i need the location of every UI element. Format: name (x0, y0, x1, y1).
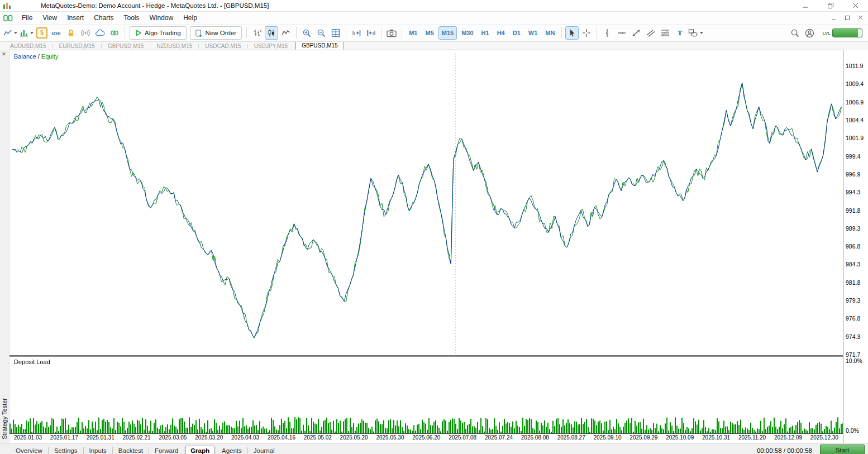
menu-bar: FileViewInsertChartsToolsWindowHelp (0, 12, 868, 25)
screenshot-button[interactable] (385, 26, 398, 40)
date-tick-label: 2025.03.05 (159, 434, 187, 441)
zoom-out-button[interactable] (314, 26, 328, 40)
new-order-button[interactable]: New Order (190, 26, 242, 40)
menu-item-tools[interactable]: Tools (119, 13, 145, 23)
timeframe-w1-button[interactable]: W1 (525, 26, 541, 40)
grid-icon (331, 28, 340, 37)
chart-tab[interactable]: GBPUSD,M15 (106, 42, 146, 50)
child-minimize-button[interactable] (830, 14, 838, 22)
tester-tab-settings[interactable]: Settings (50, 446, 82, 454)
algo-trading-label: Algo Trading (145, 30, 181, 36)
menu-item-insert[interactable]: Insert (62, 13, 89, 23)
price-axis[interactable]: 10.0% 0.0% 1011.91009.41006.91004.41001.… (843, 50, 868, 443)
title-bar: MetaQuotes-Demo: Demo Account - Hedge - … (0, 0, 868, 12)
signal-button[interactable] (79, 26, 92, 40)
chart-tab[interactable]: USDJPY,M15 (252, 42, 290, 50)
bar-chart-mode-button[interactable]: 1 (250, 26, 264, 40)
fibonacci-tool-button[interactable] (659, 26, 672, 40)
indicators-dropdown[interactable] (19, 26, 34, 40)
timeframe-h1-button[interactable]: H1 (478, 26, 493, 40)
tester-elapsed-time: 00:00:58 / 00:00:58 (757, 447, 820, 454)
tester-tab-backtest[interactable]: Backtest (114, 446, 147, 454)
price-tick-label: 1001.9 (846, 135, 864, 141)
auto-scroll-button[interactable] (350, 26, 363, 40)
chart-tab[interactable]: EURUSD,M15 (56, 42, 97, 50)
child-restore-button[interactable] (843, 14, 851, 22)
chart-tab[interactable]: AUDUSD,M15 (8, 42, 48, 50)
price-tick-label: 1004.4 (846, 117, 864, 123)
line-chart-mode-button[interactable] (279, 26, 293, 40)
tester-bottom-bar: OverviewSettingsInputsBacktestForwardGra… (0, 443, 868, 454)
cloud-button[interactable] (93, 26, 107, 40)
chart-tab[interactable]: NZDUSD,M15 (154, 42, 194, 50)
market-watch-button[interactable]: $ (35, 26, 49, 40)
metaeditor-ide-button[interactable]: IDE (50, 26, 63, 40)
menu-item-file[interactable]: File (17, 13, 37, 23)
strategy-tester-strip: ✕ Strategy Tester (0, 50, 9, 443)
close-button[interactable] (843, 0, 868, 11)
search-button[interactable] (788, 26, 802, 40)
tester-tab-overview[interactable]: Overview (11, 446, 47, 454)
balance-equity-chart[interactable] (9, 50, 844, 355)
new-order-label: New Order (206, 30, 237, 36)
menu-item-view[interactable]: View (37, 13, 62, 23)
timeframe-m5-button[interactable]: M5 (422, 26, 437, 40)
restore-button[interactable] (818, 0, 843, 11)
zoom-in-button[interactable] (300, 26, 313, 40)
child-close-button[interactable] (857, 14, 865, 22)
price-tick-label: 989.3 (846, 225, 860, 232)
deposit-load-chart[interactable] (9, 357, 844, 433)
chevron-down-icon (14, 32, 17, 34)
timeframe-h4-button[interactable]: H4 (494, 26, 508, 40)
date-tick-label: 2025.05.30 (376, 434, 404, 441)
chart-tab[interactable]: USDCAD,M15 (203, 42, 243, 50)
cursor-tool-button[interactable] (565, 26, 579, 40)
fibonacci-icon (661, 28, 670, 37)
menu-item-help[interactable]: Help (178, 13, 202, 23)
tester-tab-agents[interactable]: Agents (217, 446, 246, 454)
toolbar-separator (296, 27, 297, 39)
tester-tab-separator (48, 447, 49, 454)
menu-item-window[interactable]: Window (145, 13, 179, 23)
profile-button[interactable] (803, 26, 816, 40)
lock-button[interactable] (64, 26, 78, 40)
start-button[interactable]: Start (820, 445, 865, 454)
toolbar-separator (381, 27, 381, 39)
chart-tab[interactable]: GBPUSD,M15 (295, 42, 344, 50)
tester-tab-separator (149, 447, 149, 454)
chart-shift-button[interactable] (364, 26, 378, 40)
timeframe-d1-button[interactable]: D1 (509, 26, 524, 40)
timeframe-mn-button[interactable]: MN (542, 26, 558, 40)
timeframe-m1-button[interactable]: M1 (406, 26, 421, 40)
timeframe-m15-button[interactable]: M15 (438, 26, 457, 40)
tester-tab-inputs[interactable]: Inputs (85, 446, 111, 454)
tester-tab-forward[interactable]: Forward (150, 446, 183, 454)
indicator-chart-icon (20, 28, 28, 37)
vertical-line-tool-button[interactable] (600, 26, 614, 40)
tester-tab-journal[interactable]: Journal (249, 446, 279, 454)
trendline-tool-button[interactable] (629, 26, 643, 40)
toolbar: $ IDE Algo Trading New Order 1 (0, 25, 868, 42)
tester-tab-graph[interactable]: Graph (185, 446, 214, 454)
community-button[interactable] (108, 26, 121, 40)
shapes-tool-dropdown[interactable] (688, 26, 704, 40)
channel-tool-button[interactable] (644, 26, 657, 40)
profiles-dropdown[interactable] (3, 26, 18, 40)
chevron-down-icon (700, 32, 703, 34)
timeframe-m30-button[interactable]: M30 (458, 26, 476, 40)
tester-close-button[interactable]: ✕ (2, 51, 6, 57)
ohlc-bars-icon: 1 (252, 28, 261, 37)
new-order-icon (195, 30, 203, 37)
legend-equity-label: Equity (41, 53, 59, 60)
text-tool-button[interactable]: T (673, 26, 686, 40)
menu-item-charts[interactable]: Charts (89, 13, 118, 23)
candlestick-mode-button[interactable] (265, 26, 278, 40)
chart-tab-separator (101, 44, 102, 49)
algo-trading-button[interactable]: Algo Trading (130, 26, 187, 40)
price-tick-label: 994.3 (846, 189, 860, 195)
tile-windows-button[interactable] (329, 26, 342, 40)
minimize-button[interactable] (793, 0, 818, 11)
horizontal-line-tool-button[interactable] (615, 26, 628, 40)
crosshair-tool-button[interactable] (580, 26, 593, 40)
toolbar-separator (402, 27, 402, 39)
